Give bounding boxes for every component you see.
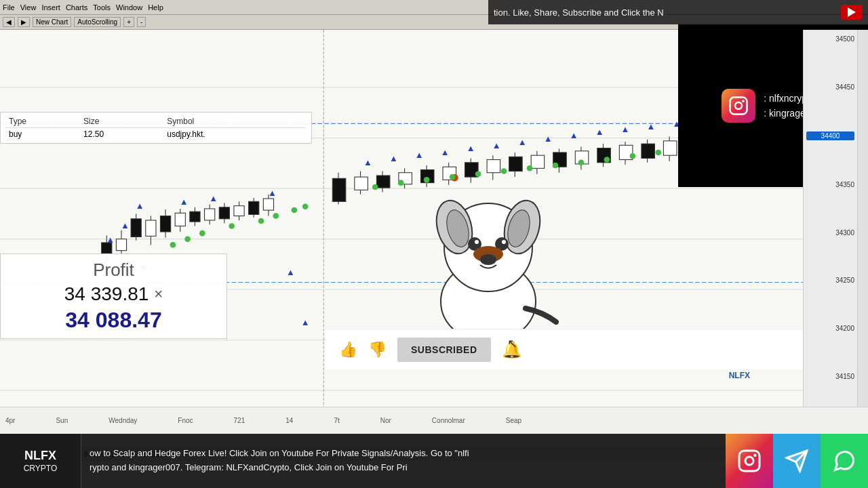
profit-close-button[interactable]: × (154, 285, 163, 303)
svg-rect-12 (116, 239, 126, 251)
svg-rect-64 (663, 141, 677, 155)
nlfx-chart-label: NLFX (729, 371, 750, 380)
svg-rect-18 (160, 216, 170, 232)
svg-rect-28 (234, 206, 244, 216)
svg-point-155 (745, 457, 753, 465)
svg-point-128 (656, 150, 662, 156)
svg-text:▲: ▲ (363, 157, 372, 167)
svg-rect-50 (509, 157, 523, 171)
svg-rect-48 (487, 160, 500, 173)
svg-rect-14 (131, 219, 141, 237)
price-tag-4: 34300 (806, 229, 854, 237)
menu-file[interactable]: File (3, 3, 15, 12)
social-icons (726, 434, 868, 488)
svg-point-151 (480, 254, 496, 265)
yt-play-icon (848, 7, 856, 17)
price-tag-highlight: 34400 (806, 131, 854, 140)
dislike-icon: 👎 (368, 341, 387, 358)
svg-rect-24 (205, 209, 215, 220)
svg-point-149 (502, 240, 506, 244)
svg-point-88 (302, 203, 309, 209)
profit-value-1: 34 339.81 (64, 283, 149, 305)
menu-charts[interactable]: Charts (66, 3, 87, 12)
svg-point-124 (553, 163, 559, 169)
social-footer: NLFX CRYPTO ow to Scalp and Hedge Forex … (0, 434, 868, 488)
toolbar-btn-new-chart[interactable]: New Chart (33, 17, 71, 27)
svg-rect-38 (376, 176, 390, 188)
svg-rect-20 (175, 213, 185, 226)
svg-text:▲: ▲ (180, 197, 189, 207)
subscribe-button[interactable]: SUBSCRIBED (397, 338, 491, 362)
trade-type: buy (6, 128, 81, 141)
svg-rect-26 (219, 207, 229, 219)
price-axis: 34500 34450 34400 34350 34300 34250 3420… (803, 30, 857, 434)
profit-overlay: Profit 34 339.81 × 34 088.47 (0, 253, 227, 339)
menu-insert[interactable]: Insert (41, 3, 60, 12)
svg-point-85 (258, 218, 264, 224)
svg-point-127 (630, 153, 636, 159)
svg-text:▲: ▲ (268, 188, 277, 198)
chart-scrollbar[interactable] (857, 30, 868, 434)
svg-point-125 (578, 160, 585, 166)
price-tag-5: 34250 (806, 277, 854, 284)
svg-point-83 (199, 230, 205, 237)
whatsapp-footer-button[interactable] (821, 434, 868, 488)
svg-point-122 (501, 168, 507, 174)
svg-rect-32 (263, 199, 273, 210)
svg-point-81 (170, 242, 176, 248)
nlfx-logo-text-1: NLFX (24, 449, 56, 464)
dislike-button[interactable]: 👎 (368, 341, 387, 359)
svg-point-148 (475, 240, 479, 244)
price-tag-7: 34150 (806, 373, 854, 380)
svg-text:▲: ▲ (621, 124, 630, 134)
svg-text:▲: ▲ (492, 140, 501, 150)
menu-window[interactable]: Window (116, 3, 142, 12)
yt-logo-button[interactable] (841, 5, 863, 20)
toolbar-btn-zoom-in[interactable]: + (123, 17, 134, 27)
svg-point-82 (184, 236, 191, 242)
svg-text:▲: ▲ (518, 137, 527, 147)
trade-symbol: usdjpy.hkt. (164, 128, 306, 141)
svg-point-126 (604, 157, 610, 163)
svg-point-156 (753, 454, 757, 458)
menu-tools[interactable]: Tools (93, 3, 111, 12)
telegram-footer-button[interactable] (773, 434, 821, 488)
svg-point-139 (742, 100, 745, 102)
price-tag-2: 34450 (806, 83, 854, 91)
profit-label: Profit (9, 260, 218, 281)
instagram-footer-button[interactable] (726, 434, 773, 488)
svg-rect-52 (531, 155, 545, 168)
svg-text:▲: ▲ (595, 127, 604, 138)
svg-rect-62 (642, 144, 655, 158)
toolbar-btn-1[interactable]: ◀ (3, 17, 15, 27)
bell-button[interactable]: 🔔 (502, 340, 522, 359)
bell-icon-symbol: 🔔 (502, 340, 522, 359)
toolbar-btn-autoscroll[interactable]: AutoScrolling (74, 17, 121, 27)
svg-text:▲: ▲ (467, 143, 475, 153)
svg-text:▲: ▲ (570, 130, 578, 140)
svg-text:▲: ▲ (544, 134, 553, 144)
nlfx-logo-text-2: CRYPTO (24, 464, 58, 473)
trade-info-panel: Type Size Symbol buy 12.50 usdjpy.hkt. (0, 112, 312, 144)
svg-text:▲: ▲ (441, 147, 450, 157)
svg-text:▲: ▲ (415, 150, 424, 161)
svg-rect-16 (146, 220, 156, 236)
profit-total: 34 088.47 (9, 308, 218, 333)
trade-size: 12.50 (81, 128, 164, 141)
toolbar-btn-zoom-out[interactable]: - (137, 17, 146, 27)
nlfx-logo: NLFX CRYPTO (0, 434, 81, 488)
trade-row: buy 12.50 usdjpy.hkt. (6, 128, 306, 141)
svg-point-87 (292, 207, 298, 214)
yt-interaction-bar: 👍 👎 SUBSCRIBED 🔔 (326, 329, 814, 369)
instagram-icon (722, 89, 755, 123)
like-icon: 👍 (339, 341, 357, 359)
svg-point-117 (372, 184, 378, 190)
menu-help[interactable]: Help (148, 3, 163, 12)
like-button[interactable]: 👍 (339, 341, 357, 359)
trade-table: Type Size Symbol buy 12.50 usdjpy.hkt. (6, 115, 306, 140)
ticker-line-2: rypto and kingrager007. Telegram: NLFXan… (90, 461, 717, 475)
menu-view[interactable]: View (20, 3, 37, 12)
toolbar-btn-2[interactable]: ▶ (18, 17, 30, 27)
svg-text:▲: ▲ (136, 201, 144, 211)
svg-text:▲: ▲ (209, 193, 218, 203)
